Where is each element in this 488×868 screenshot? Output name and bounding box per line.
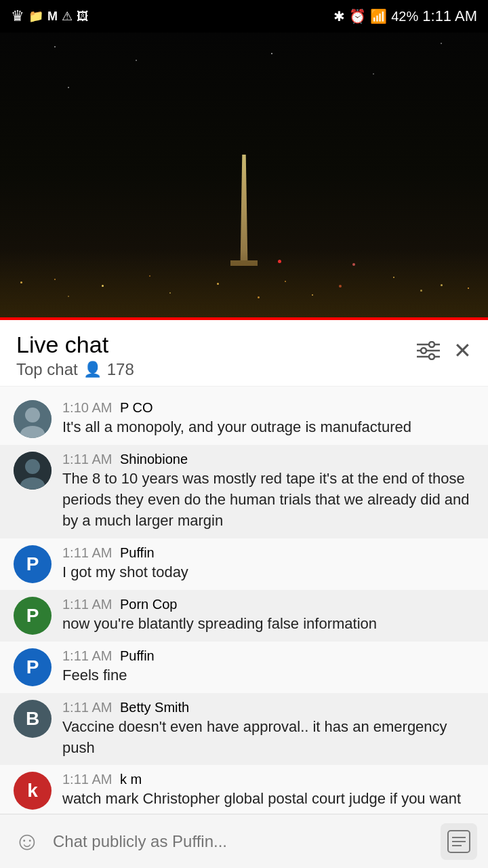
message-content: 1:10 AM P CO It's all a monopoly, and yo…: [62, 400, 474, 438]
message-time: 1:11 AM: [62, 545, 112, 560]
avatar: P: [14, 597, 52, 635]
svg-point-5: [429, 354, 434, 359]
progress-fill: [0, 317, 488, 320]
status-bar-right: ✱ ⏰ 📶 42% 1:11 AM: [333, 7, 477, 25]
message-meta: 1:10 AM P CO: [62, 400, 474, 416]
message-text: now you're blatantly spreading false inf…: [62, 614, 474, 635]
message-username: Puffin: [120, 545, 155, 560]
message-meta: 1:11 AM Shinobione: [62, 452, 474, 467]
message-time: 1:11 AM: [62, 452, 112, 467]
svg-point-4: [421, 348, 426, 353]
emoji-icon: ☺: [14, 827, 41, 856]
message-username: k m: [120, 772, 142, 787]
battery-percent: 42%: [391, 9, 418, 24]
message-content: 1:11 AM Puffin Feels fine: [62, 648, 474, 686]
message-text: I got my shot today: [62, 562, 474, 583]
status-bar: ♛ 📁 M ⚠ 🖼 ✱ ⏰ 📶 42% 1:11 AM: [0, 0, 488, 33]
bluetooth-icon: ✱: [333, 8, 345, 24]
chat-input-field[interactable]: [53, 825, 431, 858]
viewer-count: 178: [107, 360, 134, 379]
message-meta: 1:11 AM Porn Cop: [62, 597, 474, 612]
table-row: 1:11 AM Shinobione The 8 to 10 years was…: [0, 445, 488, 538]
status-bar-left: ♛ 📁 M ⚠ 🖼: [11, 7, 89, 25]
alarm-icon: ⏰: [349, 8, 366, 24]
table-row: P 1:11 AM Puffin I got my shot today: [0, 538, 488, 590]
message-username: Shinobione: [120, 452, 188, 467]
m-icon: M: [47, 9, 58, 24]
message-time: 1:11 AM: [62, 597, 112, 612]
message-text: The 8 to 10 years was mostly red tape it…: [62, 469, 474, 531]
message-text: Feels fine: [62, 665, 474, 686]
avatar: [14, 452, 52, 490]
message-username: P CO: [120, 400, 153, 415]
person-icon: 👤: [83, 361, 102, 378]
message-content: 1:11 AM Shinobione The 8 to 10 years was…: [62, 452, 474, 531]
message-meta: 1:11 AM Puffin: [62, 545, 474, 561]
time-display: 1:11 AM: [422, 7, 477, 25]
chat-subtitle: Top chat 👤 178: [16, 360, 134, 379]
message-time: 1:11 AM: [62, 772, 112, 787]
folder-icon: 📁: [28, 9, 43, 24]
wifi-icon: 📶: [370, 8, 387, 24]
message-content: 1:11 AM Porn Cop now you're blatantly sp…: [62, 597, 474, 635]
message-time: 1:11 AM: [62, 700, 112, 715]
svg-point-10: [25, 459, 40, 474]
image-icon: 🖼: [77, 9, 89, 24]
message-content: 1:11 AM Betty Smith Vaccine doesn't even…: [62, 700, 474, 759]
message-meta: 1:11 AM Betty Smith: [62, 700, 474, 715]
svg-point-3: [429, 342, 434, 347]
message-text: Vaccine doesn't even have approval.. it …: [62, 717, 474, 759]
avatar: B: [14, 700, 52, 738]
message-meta: 1:11 AM Puffin: [62, 648, 474, 664]
message-content: 1:11 AM Puffin I got my shot today: [62, 545, 474, 583]
message-username: Betty Smith: [120, 700, 189, 715]
video-player[interactable]: [0, 33, 488, 317]
live-chat-title: Live chat: [16, 332, 134, 357]
warning-icon: ⚠: [62, 9, 73, 24]
chat-header-left: Live chat Top chat 👤 178: [16, 332, 134, 379]
message-username: Puffin: [120, 648, 155, 663]
table-row: P 1:11 AM Puffin Feels fine: [0, 642, 488, 693]
chat-header: Live chat Top chat 👤 178 ✕: [0, 320, 488, 387]
table-row: 1:10 AM P CO It's all a monopoly, and yo…: [0, 393, 488, 445]
message-time: 1:10 AM: [62, 400, 112, 415]
table-row: P 1:11 AM Porn Cop now you're blatantly …: [0, 590, 488, 642]
chat-header-right: ✕: [417, 338, 472, 363]
avatar: k: [14, 772, 52, 810]
emoji-button[interactable]: ☺: [11, 825, 43, 858]
message-meta: 1:11 AM k m: [62, 772, 474, 787]
avatar: P: [14, 545, 52, 583]
video-progress-bar[interactable]: [0, 317, 488, 320]
filter-icon[interactable]: [417, 341, 440, 360]
send-button[interactable]: [441, 823, 477, 860]
top-chat-label[interactable]: Top chat: [16, 360, 78, 379]
close-icon[interactable]: ✕: [453, 338, 472, 363]
avatar: P: [14, 648, 52, 686]
avatar: [14, 400, 52, 438]
message-text: It's all a monopoly, and your outrage is…: [62, 417, 474, 438]
message-username: Porn Cop: [120, 597, 178, 612]
chat-input-bar: ☺: [0, 814, 488, 868]
chat-messages-list: 1:10 AM P CO It's all a monopoly, and yo…: [0, 387, 488, 868]
table-row: B 1:11 AM Betty Smith Vaccine doesn't ev…: [0, 693, 488, 766]
message-time: 1:11 AM: [62, 648, 112, 663]
crown-icon: ♛: [11, 7, 24, 25]
svg-point-7: [25, 408, 40, 422]
